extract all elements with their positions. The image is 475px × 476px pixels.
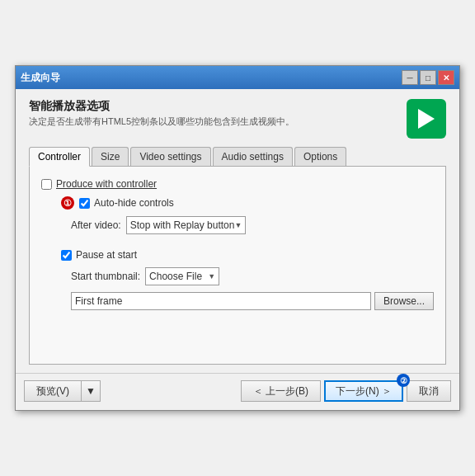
after-video-label: After video:	[71, 219, 121, 231]
badge-2-icon: ②	[397, 374, 410, 387]
browse-button[interactable]: Browse...	[374, 292, 434, 310]
section-title: 智能播放器选项	[29, 99, 294, 114]
next-button-container: 下一步(N) ＞ ②	[324, 380, 403, 402]
camtasia-logo-icon	[412, 104, 441, 134]
section-header: 智能播放器选项 决定是否生成带有HTML5控制条以及哪些功能包含到生成视频中。	[29, 99, 446, 139]
auto-hide-controls-label[interactable]: Auto-hide controls	[79, 197, 174, 209]
thumbnail-path-row: Browse...	[71, 292, 434, 310]
tab-content: Produce with controller ① Auto-hide cont…	[29, 167, 446, 365]
produce-with-controller-checkbox[interactable]	[41, 179, 52, 190]
svg-marker-0	[418, 109, 435, 129]
main-window: 生成向导 ─ □ ✕ 智能播放器选项 决定是否生成带有HTML5控制条以及哪些功…	[15, 65, 460, 411]
title-bar-controls: ─ □ ✕	[402, 70, 454, 85]
produce-with-controller-text: Produce with controller	[56, 178, 157, 190]
after-video-row: After video: Stop with Replay button ▼	[71, 216, 434, 234]
footer-right: ＜ 上一步(B) 下一步(N) ＞ ② 取消	[241, 380, 451, 402]
after-video-dropdown[interactable]: Stop with Replay button ▼	[126, 216, 247, 234]
pause-at-start-text: Pause at start	[76, 249, 137, 261]
preview-button[interactable]: 预览(V)	[24, 380, 82, 402]
auto-hide-controls-text: Auto-hide controls	[94, 197, 174, 209]
window-body: 智能播放器选项 决定是否生成带有HTML5控制条以及哪些功能包含到生成视频中。 …	[16, 89, 459, 373]
produce-with-controller-label[interactable]: Produce with controller	[41, 178, 157, 190]
preview-dropdown-button[interactable]: ▼	[82, 380, 101, 402]
after-video-dropdown-arrow: ▼	[234, 221, 242, 229]
section-title-block: 智能播放器选项 决定是否生成带有HTML5控制条以及哪些功能包含到生成视频中。	[29, 99, 294, 128]
back-button[interactable]: ＜ 上一步(B)	[241, 380, 321, 402]
produce-with-controller-row: Produce with controller	[41, 178, 434, 190]
close-button[interactable]: ✕	[438, 70, 454, 85]
footer: 预览(V) ▼ ＜ 上一步(B) 下一步(N) ＞ ② 取消	[16, 373, 459, 410]
pause-at-start-label[interactable]: Pause at start	[61, 249, 137, 261]
title-bar: 生成向导 ─ □ ✕	[16, 66, 459, 89]
auto-hide-controls-row: ① Auto-hide controls	[61, 196, 434, 210]
start-thumbnail-dropdown[interactable]: Choose File ▼	[145, 267, 219, 285]
pause-at-start-checkbox[interactable]	[61, 250, 72, 261]
window-title: 生成向导	[21, 71, 60, 85]
minimize-button[interactable]: ─	[402, 70, 418, 85]
start-thumbnail-label: Start thumbnail:	[71, 271, 140, 282]
badge-1-icon: ①	[61, 196, 74, 210]
camtasia-logo	[407, 99, 446, 139]
tab-options[interactable]: Options	[294, 147, 346, 166]
thumbnail-path-input[interactable]	[71, 292, 371, 310]
next-button[interactable]: 下一步(N) ＞	[324, 380, 403, 402]
pause-at-start-row: Pause at start	[61, 249, 434, 261]
section-subtitle: 决定是否生成带有HTML5控制条以及哪些功能包含到生成视频中。	[29, 115, 294, 128]
maximize-button[interactable]: □	[420, 70, 436, 85]
cancel-button[interactable]: 取消	[407, 380, 451, 402]
after-video-value: Stop with Replay button	[130, 219, 235, 231]
tab-size[interactable]: Size	[92, 147, 129, 166]
auto-hide-controls-checkbox[interactable]	[79, 198, 90, 209]
tab-audio-settings[interactable]: Audio settings	[213, 147, 293, 166]
tab-video-settings[interactable]: Video settings	[130, 147, 210, 166]
tabs-bar: Controller Size Video settings Audio set…	[29, 147, 446, 167]
footer-left: 预览(V) ▼	[24, 380, 101, 402]
start-thumbnail-arrow: ▼	[208, 272, 215, 280]
start-thumbnail-value: Choose File	[149, 271, 202, 282]
start-thumbnail-row: Start thumbnail: Choose File ▼	[71, 267, 434, 285]
tab-controller[interactable]: Controller	[29, 147, 90, 167]
